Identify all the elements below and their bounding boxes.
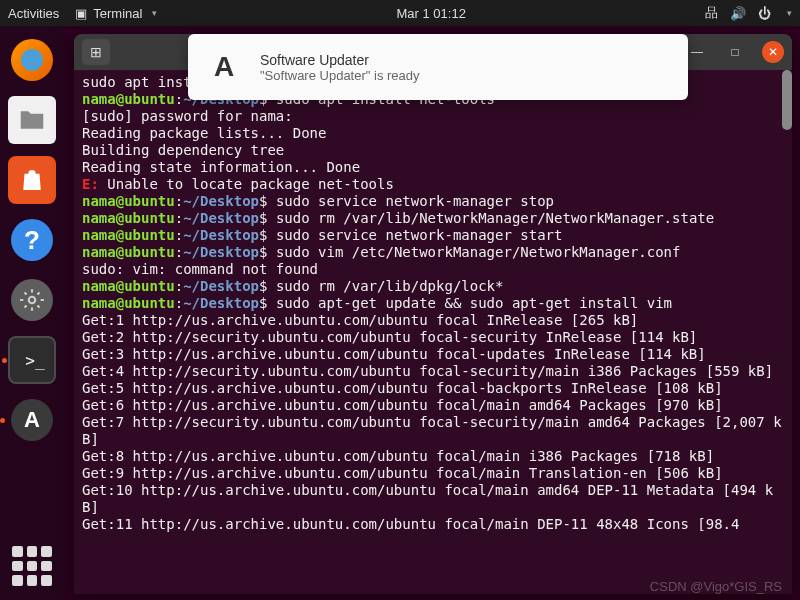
terminal-small-icon: ▣ (75, 6, 87, 21)
error-text: Unable to locate package net-tools (99, 176, 394, 192)
updater-a-icon: A (204, 47, 244, 87)
terminal-window: ⊞ — □ ✕ sudo apt inst nama@ubuntu:~/Desk… (74, 34, 792, 594)
prompt-dollar: $ (259, 227, 267, 243)
prompt-user: nama@ubuntu (82, 91, 175, 107)
text: Get:3 http://us.archive.ubuntu.com/ubunt… (82, 346, 706, 362)
dock-firefox[interactable] (8, 36, 56, 84)
command: sudo vim /etc/NetworkManager/NetworkMana… (276, 244, 681, 260)
prompt-path: ~/Desktop (183, 244, 259, 260)
command: sudo service network-manager stop (276, 193, 554, 209)
command: sudo apt-get update && sudo apt-get inst… (276, 295, 672, 311)
notification-body: "Software Updater" is ready (260, 68, 420, 83)
notification-title: Software Updater (260, 52, 420, 68)
watermark: CSDN @Vigo*GIS_RS (650, 579, 782, 594)
text: Reading state information... Done (82, 159, 360, 175)
power-icon[interactable]: ⏻ (758, 6, 771, 21)
notification[interactable]: A Software Updater "Software Updater" is… (188, 34, 688, 100)
show-applications[interactable] (12, 546, 52, 586)
minimize-button[interactable]: — (686, 41, 708, 63)
prompt-icon: >_ (25, 351, 44, 370)
text: sudo: vim: command not found (82, 261, 318, 277)
dock-settings[interactable] (8, 276, 56, 324)
shopping-bag-icon (17, 165, 47, 195)
prompt-user: nama@ubuntu (82, 278, 175, 294)
activities-button[interactable]: Activities (8, 6, 59, 21)
prompt-dollar: $ (259, 210, 267, 226)
command: sudo rm /var/lib/NetworkManager/NetworkM… (276, 210, 714, 226)
prompt-user: nama@ubuntu (82, 193, 175, 209)
volume-icon[interactable]: 🔊 (730, 6, 746, 21)
prompt-path: ~/Desktop (183, 278, 259, 294)
prompt-dollar: $ (259, 295, 267, 311)
command: sudo service network-manager start (276, 227, 563, 243)
dock-files[interactable] (8, 96, 56, 144)
prompt-path: ~/Desktop (183, 210, 259, 226)
text: Building dependency tree (82, 142, 284, 158)
dock-updater[interactable]: A (8, 396, 56, 444)
top-bar: Activities ▣ Terminal ▾ Mar 1 01:12 品 🔊 … (0, 0, 800, 26)
text: Get:11 http://us.archive.ubuntu.com/ubun… (82, 516, 739, 532)
dock-terminal[interactable]: >_ (8, 336, 56, 384)
chevron-down-icon: ▾ (152, 8, 157, 18)
text: Get:7 http://security.ubuntu.com/ubuntu … (82, 414, 782, 447)
close-button[interactable]: ✕ (762, 41, 784, 63)
dock-help[interactable]: ? (8, 216, 56, 264)
gear-icon (11, 279, 53, 321)
dock-software[interactable] (8, 156, 56, 204)
text: Get:2 http://security.ubuntu.com/ubuntu … (82, 329, 697, 345)
text: Get:1 http://us.archive.ubuntu.com/ubunt… (82, 312, 638, 328)
prompt-dollar: $ (259, 193, 267, 209)
error-label: E: (82, 176, 99, 192)
folder-icon (17, 105, 47, 135)
prompt-path: ~/Desktop (183, 193, 259, 209)
maximize-button[interactable]: □ (724, 41, 746, 63)
prompt-dollar: $ (259, 278, 267, 294)
dock: ? >_ A (0, 26, 64, 600)
terminal-output[interactable]: sudo apt inst nama@ubuntu:~/Desktop$ sud… (74, 70, 792, 594)
text: Get:10 http://us.archive.ubuntu.com/ubun… (82, 482, 773, 515)
clock[interactable]: Mar 1 01:12 (157, 6, 705, 21)
text: Get:8 http://us.archive.ubuntu.com/ubunt… (82, 448, 714, 464)
app-menu[interactable]: ▣ Terminal ▾ (75, 6, 157, 21)
prompt-user: nama@ubuntu (82, 210, 175, 226)
text: Get:9 http://us.archive.ubuntu.com/ubunt… (82, 465, 723, 481)
new-tab-button[interactable]: ⊞ (82, 39, 110, 65)
new-tab-icon: ⊞ (90, 44, 102, 60)
text: Get:6 http://us.archive.ubuntu.com/ubunt… (82, 397, 723, 413)
text: Get:4 http://security.ubuntu.com/ubuntu … (82, 363, 773, 379)
text: sudo apt inst (82, 74, 192, 90)
prompt-path: ~/Desktop (183, 227, 259, 243)
help-icon: ? (11, 219, 53, 261)
prompt-user: nama@ubuntu (82, 295, 175, 311)
prompt-path: ~/Desktop (183, 295, 259, 311)
updater-a-icon: A (11, 399, 53, 441)
chevron-down-icon: ▾ (787, 8, 792, 18)
prompt-user: nama@ubuntu (82, 227, 175, 243)
svg-point-0 (29, 297, 36, 304)
prompt-user: nama@ubuntu (82, 244, 175, 260)
text: Reading package lists... Done (82, 125, 326, 141)
network-icon[interactable]: 品 (705, 4, 718, 22)
command: sudo rm /var/lib/dpkg/lock* (276, 278, 504, 294)
firefox-icon (11, 39, 53, 81)
app-menu-label: Terminal (93, 6, 142, 21)
prompt-dollar: $ (259, 244, 267, 260)
text: [sudo] password for nama: (82, 108, 293, 124)
text: Get:5 http://us.archive.ubuntu.com/ubunt… (82, 380, 723, 396)
